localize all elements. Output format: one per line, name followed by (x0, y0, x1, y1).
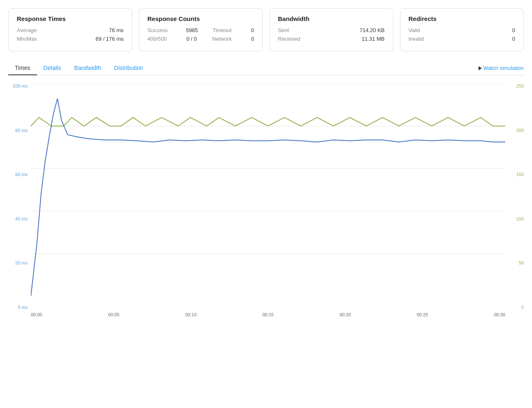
response-counts-title: Response Counts (148, 15, 254, 22)
x-label-20: 00:20 (340, 312, 351, 317)
bandwidth-card: Bandwidth Sent 714.20 KB Received 11.31 … (269, 8, 393, 51)
timeout-label: Timeout (213, 27, 241, 33)
x-label-30: 00:30 (494, 312, 505, 317)
network-value: 0 (251, 36, 254, 42)
received-value: 11.31 MB (362, 36, 385, 42)
chart-svg (31, 83, 505, 296)
play-icon (479, 66, 482, 70)
watch-simulation-button[interactable]: Watch simulation (479, 65, 524, 71)
success-label: Success (148, 27, 176, 33)
400500-label: 400/500 (148, 36, 176, 42)
minmax-label: Min/Max (17, 36, 46, 42)
y-left-20: 20 ms (8, 260, 31, 265)
x-label-0: 00:00 (31, 312, 42, 317)
400500-value: 0 / 0 (186, 36, 197, 42)
tabs-bar: Times Details Bandwidth Distribution Wat… (8, 61, 524, 75)
invalid-value: 0 (512, 36, 515, 42)
invalid-label: Invalid (409, 36, 437, 42)
y-axis-right: 0 50 100 150 200 250 (505, 83, 524, 310)
x-label-25: 00:25 (417, 312, 428, 317)
y-left-60: 60 ms (8, 172, 31, 177)
valid-label: Valid (409, 27, 437, 33)
sent-value: 714.20 KB (360, 27, 385, 33)
y-left-80: 80 ms (8, 128, 31, 133)
x-label-15: 00:15 (262, 312, 274, 317)
chart-container: 0 ms 20 ms 40 ms 60 ms 80 ms 100 ms 0 50… (8, 83, 524, 322)
y-right-50: 50 (517, 260, 524, 265)
y-left-40: 40 ms (8, 216, 31, 221)
network-label: Network (212, 36, 241, 42)
y-left-0: 0 ms (8, 305, 31, 310)
y-right-100: 100 (515, 216, 524, 221)
tab-times[interactable]: Times (8, 61, 37, 75)
response-times-card: Response Times Average 76 ms Min/Max 69 … (8, 8, 132, 51)
watch-simulation-label: Watch simulation (483, 65, 524, 71)
timeout-value: 0 (251, 27, 254, 33)
valid-value: 0 (512, 27, 515, 33)
y-axis-left: 0 ms 20 ms 40 ms 60 ms 80 ms 100 ms (8, 83, 31, 310)
response-times-line (31, 99, 505, 296)
stats-row: Response Times Average 76 ms Min/Max 69 … (8, 8, 524, 51)
sent-label: Sent (278, 27, 307, 33)
avg-label: Average (17, 27, 46, 33)
y-right-150: 150 (515, 172, 524, 177)
received-label: Received (278, 36, 307, 42)
success-value: 5985 (186, 27, 198, 33)
x-axis: 00:00 00:05 00:10 00:15 00:20 00:25 00:3… (31, 310, 505, 322)
y-right-200: 200 (515, 128, 524, 133)
y-left-100: 100 ms (8, 83, 31, 88)
minmax-value: 69 / 176 ms (96, 36, 124, 42)
response-counts-card: Response Counts Success 5985 Timeout 0 4… (139, 8, 263, 51)
y-right-250: 250 (515, 83, 524, 88)
x-label-10: 00:10 (185, 312, 197, 317)
users-line (31, 118, 505, 126)
redirects-title: Redirects (409, 15, 516, 22)
bandwidth-title: Bandwidth (278, 15, 385, 22)
tab-distribution[interactable]: Distribution (108, 61, 150, 75)
avg-value: 76 ms (109, 27, 123, 33)
y-right-0: 0 (520, 305, 524, 310)
redirects-card: Redirects Valid 0 Invalid 0 (400, 8, 524, 51)
response-times-title: Response Times (17, 15, 124, 22)
x-label-5: 00:05 (108, 312, 120, 317)
tab-details[interactable]: Details (37, 61, 68, 75)
tab-bandwidth[interactable]: Bandwidth (67, 61, 107, 75)
